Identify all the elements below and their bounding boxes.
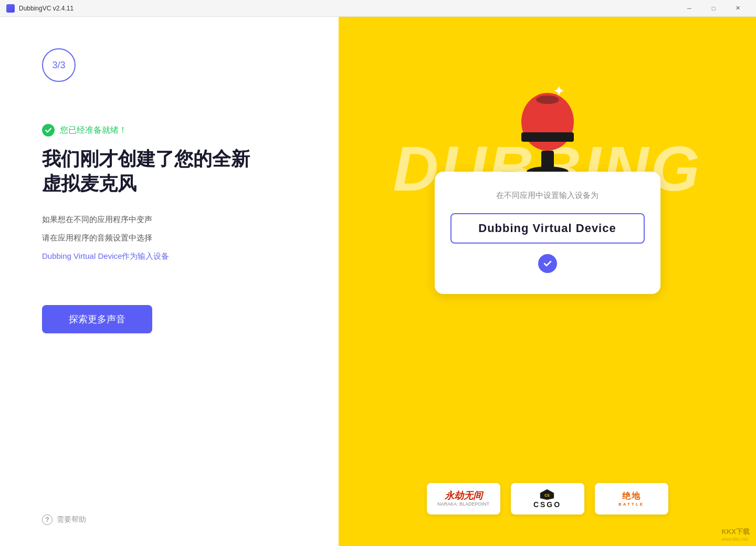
sparkle-icon: ✦ [553, 82, 565, 100]
main-container: 3/3 您已经准备就绪！ 我们刚才创建了您的全新 虚拟麦克风 如果想在不同的应用… [0, 17, 756, 546]
titlebar-left: DubbingVC v2.4.11 [6, 4, 74, 13]
game-logos: 永劫无间 NARAKA: BLADEPOINT CS CSGO 绝地 [427, 483, 668, 514]
help-text: 需要帮助 [57, 515, 86, 524]
kkx-watermark: KKX下载 www.kkx.net [722, 527, 750, 542]
right-panel: DUBBING ✦ 在不同应用中设置输入设备为 Dubbing Virtu [339, 17, 756, 546]
titlebar-controls: ─ □ ✕ [677, 0, 750, 17]
help-icon: ? [42, 514, 52, 525]
description-link: Dubbing Virtual Device作为输入设备 [42, 249, 297, 263]
game-logo-yongjie: 永劫无间 NARAKA: BLADEPOINT [427, 483, 500, 514]
description-line2: 请在应用程序的音频设置中选择 [42, 230, 297, 245]
device-name-box: Dubbing Virtual Device [450, 213, 645, 244]
device-name-text: Dubbing Virtual Device [478, 222, 616, 235]
success-text: 您已经准备就绪！ [60, 125, 127, 136]
titlebar-title: DubbingVC v2.4.11 [19, 5, 74, 12]
description-line1: 如果想在不同的应用程序中变声 [42, 212, 297, 226]
help-row: ? 需要帮助 [42, 504, 297, 525]
main-title: 我们刚才创建了您的全新 虚拟麦克风 [42, 147, 297, 196]
step-indicator: 3/3 [42, 48, 76, 82]
titlebar: DubbingVC v2.4.11 ─ □ ✕ [0, 0, 756, 17]
card-subtitle: 在不同应用中设置输入设备为 [496, 191, 598, 201]
close-button[interactable]: ✕ [726, 0, 750, 17]
svg-text:CS: CS [545, 494, 550, 497]
success-row: 您已经准备就绪！ [42, 124, 297, 136]
maximize-button[interactable]: □ [701, 0, 726, 17]
left-panel: 3/3 您已经准备就绪！ 我们刚才创建了您的全新 虚拟麦克风 如果想在不同的应用… [0, 17, 339, 546]
minimize-button[interactable]: ─ [677, 0, 701, 17]
app-icon [6, 4, 15, 13]
check-circle [538, 254, 557, 273]
svg-rect-2 [541, 151, 554, 169]
game-logo-csgo: CS CSGO [511, 483, 584, 514]
explore-button[interactable]: 探索更多声音 [42, 305, 152, 333]
success-icon [42, 124, 55, 136]
game-logo-pubg: 绝地 BATTLE [595, 483, 668, 514]
csgo-text: CSGO [533, 500, 561, 509]
device-card: 在不同应用中设置输入设备为 Dubbing Virtual Device [435, 172, 660, 294]
svg-rect-1 [521, 132, 574, 142]
